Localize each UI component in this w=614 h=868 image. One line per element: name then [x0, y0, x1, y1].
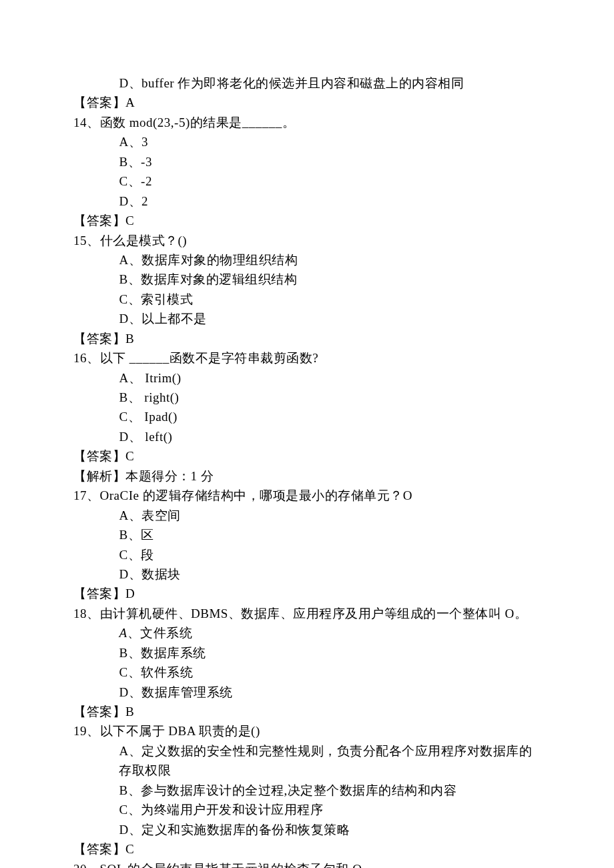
q15-option-b: B、数据库对象的逻辑组织结构 — [73, 270, 541, 289]
q18-option-a-rest: 、文件系统 — [127, 626, 193, 640]
q17-answer: 【答案】D — [73, 584, 541, 603]
q19-option-a: A、定义数据的安全性和完整性规则，负责分配各个应用程序对数据库的存取权限 — [73, 741, 541, 781]
q18-option-d: D、数据库管理系统 — [73, 683, 541, 702]
q16-answer: 【答案】C — [73, 446, 541, 466]
q17-option-c: C、段 — [73, 545, 541, 564]
q16-option-d: D、 left() — [73, 427, 541, 446]
q15-stem: 15、什么是模式？() — [73, 231, 541, 250]
q13-option-d: D、buffer 作为即将老化的候选并且内容和磁盘上的内容相同 — [73, 73, 541, 93]
q14-option-a: A、3 — [73, 132, 541, 151]
q15-option-c: C、索引模式 — [73, 290, 541, 309]
q18-stem: 18、由计算机硬件、DBMS、数据库、应用程序及用户等组成的一个整体叫 O。 — [73, 604, 541, 623]
q19-option-d: D、定义和实施数据库的备份和恢复策略 — [73, 820, 541, 839]
q16-stem: 16、以下 ______函数不是字符串裁剪函数? — [73, 348, 541, 368]
q20-stem: 20、SQL 的全局约束是指基于元祖的检查子句和 O。 — [73, 859, 541, 869]
q19-option-c: C、为终端用户开发和设计应用程序 — [73, 800, 541, 819]
q16-option-b: B、 right() — [73, 388, 541, 407]
q14-answer: 【答案】C — [73, 211, 541, 230]
q18-option-a-letter: A — [119, 626, 127, 640]
q18-option-b: B、数据库系统 — [73, 643, 541, 663]
q17-option-b: B、区 — [73, 525, 541, 544]
q16-option-a: A、 Itrim() — [73, 368, 541, 388]
q18-option-c: C、软件系统 — [73, 663, 541, 682]
q19-answer: 【答案】C — [73, 839, 541, 859]
q17-option-a: A、表空间 — [73, 506, 541, 525]
q14-option-d: D、2 — [73, 191, 541, 211]
q15-option-d: D、以上都不是 — [73, 309, 541, 328]
q16-analysis: 【解析】本题得分：1 分 — [73, 466, 541, 486]
q16-option-c: C、 Ipad() — [73, 407, 541, 426]
q19-option-b: B、参与数据库设计的全过程,决定整个数据库的结构和内容 — [73, 781, 541, 800]
q13-answer: 【答案】A — [73, 93, 541, 112]
q17-stem: 17、OraCIe 的逻辑存储结构中，哪项是最小的存储单元？O — [73, 486, 541, 505]
q17-option-d: D、数据块 — [73, 564, 541, 584]
q14-stem: 14、函数 mod(23,-5)的结果是______。 — [73, 113, 541, 132]
q19-stem: 19、以下不属于 DBA 职责的是() — [73, 721, 541, 741]
q14-option-c: C、-2 — [73, 171, 541, 191]
q15-answer: 【答案】B — [73, 329, 541, 348]
q18-option-a: A、文件系统 — [73, 623, 541, 642]
q18-answer: 【答案】B — [73, 702, 541, 721]
q14-option-b: B、-3 — [73, 152, 541, 171]
q15-option-a: A、数据库对象的物理组织结构 — [73, 250, 541, 270]
